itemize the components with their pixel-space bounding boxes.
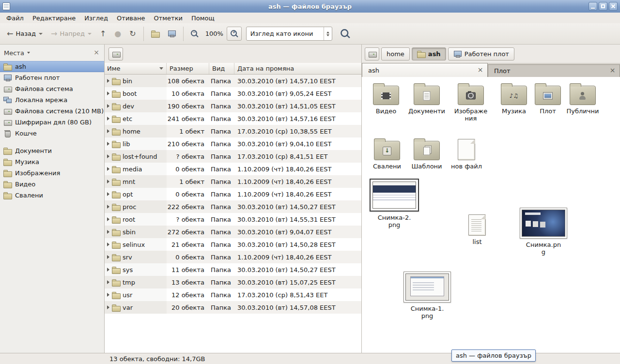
- home-button[interactable]: [147, 27, 163, 41]
- expander-icon[interactable]: [107, 293, 109, 297]
- sidebar-close-icon[interactable]: ×: [93, 49, 100, 57]
- table-row[interactable]: mnt1 обектПапка1.10.2009 (чт) 18,40,26 E…: [105, 175, 361, 188]
- menu-item[interactable]: Отметки: [149, 14, 186, 23]
- sidebar-item[interactable]: Кошче: [0, 128, 104, 139]
- menu-item[interactable]: Файл: [2, 14, 28, 23]
- expander-icon[interactable]: [107, 180, 109, 183]
- table-row[interactable]: opt0 обектаПапка1.10.2009 (чт) 18,40,26 …: [105, 188, 361, 200]
- search-button[interactable]: [338, 27, 353, 41]
- table-row[interactable]: usr12 обектаПапка17.03.2010 (ср) 8,51,43…: [105, 288, 361, 301]
- titlebar[interactable]: ash — файлов браузър: [0, 0, 620, 13]
- icon-view-item[interactable]: Музика: [496, 80, 532, 115]
- column-header-date[interactable]: Дата на промяна: [234, 63, 361, 74]
- sidebar-title[interactable]: Места: [4, 49, 24, 57]
- table-row[interactable]: sys11 обектаПапка30.03.2010 (вт) 14,50,2…: [105, 263, 361, 276]
- forward-dropdown-caret-icon[interactable]: [88, 33, 92, 35]
- column-header-type[interactable]: Вид: [209, 63, 234, 74]
- table-row[interactable]: var20 обектаПапка30.03.2010 (вт) 14,57,0…: [105, 301, 361, 314]
- pathbar-button[interactable]: ash: [412, 47, 446, 61]
- expander-icon[interactable]: [107, 91, 109, 95]
- sidebar-item[interactable]: Документи: [0, 145, 104, 156]
- icon-view-item[interactable]: Снимка.png: [518, 206, 569, 256]
- icon-view-item[interactable]: Снимка-1.png: [402, 270, 453, 320]
- table-row[interactable]: home1 обектПапка17.03.2010 (ср) 10,38,55…: [105, 125, 361, 137]
- pathbar-button[interactable]: Работен плот: [448, 47, 514, 61]
- expander-icon[interactable]: [107, 230, 109, 234]
- icon-view-item[interactable]: Снимка-2.png: [369, 179, 420, 229]
- column-header-name[interactable]: Име: [105, 63, 167, 74]
- expander-icon[interactable]: [107, 154, 109, 158]
- expander-icon[interactable]: [107, 305, 109, 309]
- menu-item[interactable]: Изглед: [80, 14, 112, 23]
- icon-view-item[interactable]: Изображения: [449, 80, 493, 122]
- expander-icon[interactable]: [107, 205, 109, 209]
- zoom-out-button[interactable]: −: [187, 27, 202, 41]
- table-row[interactable]: media0 обектаПапка1.10.2009 (чт) 18,40,2…: [105, 163, 361, 175]
- table-row[interactable]: boot10 обектаПапка30.03.2010 (вт) 9,05,2…: [105, 87, 361, 100]
- sidebar-item[interactable]: Работен плот: [0, 72, 104, 83]
- forward-button[interactable]: → Напред: [47, 27, 95, 41]
- zoom-in-button[interactable]: +: [227, 27, 242, 41]
- icon-view-item[interactable]: Шаблони: [408, 135, 445, 170]
- minimize-button[interactable]: [589, 2, 597, 11]
- sidebar-item[interactable]: Файлова система: [0, 83, 104, 94]
- sidebar-item[interactable]: Файлова система (210 MB): [0, 106, 104, 117]
- places-chevron-down-icon[interactable]: [27, 52, 30, 54]
- back-button[interactable]: ← Назад: [3, 27, 46, 41]
- sidebar-item[interactable]: ash: [0, 61, 104, 72]
- sidebar-item[interactable]: Музика: [0, 156, 104, 167]
- pathbar-root-button[interactable]: [365, 47, 379, 61]
- column-header-size[interactable]: Размер: [167, 63, 209, 74]
- reload-button[interactable]: ↻: [125, 27, 140, 41]
- tab-close-icon[interactable]: ×: [608, 67, 617, 75]
- table-row[interactable]: bin108 обектаПапка30.03.2010 (вт) 14,57,…: [105, 75, 361, 87]
- pathbar-root-button[interactable]: [108, 47, 123, 61]
- sidebar-item[interactable]: Свалени: [0, 190, 104, 201]
- computer-button[interactable]: [164, 27, 180, 41]
- icon-view-item[interactable]: Плот: [532, 80, 563, 115]
- icon-view-item[interactable]: нов файл: [448, 135, 485, 170]
- expander-icon[interactable]: [107, 243, 109, 246]
- menu-item[interactable]: Помощ: [187, 14, 219, 23]
- table-row[interactable]: dev190 обектаПапка30.03.2010 (вт) 14,51,…: [105, 100, 361, 112]
- expander-icon[interactable]: [107, 217, 109, 221]
- expander-icon[interactable]: [107, 167, 109, 171]
- icon-view-item[interactable]: list: [459, 211, 496, 245]
- view-mode-spinner[interactable]: [324, 27, 332, 40]
- expander-icon[interactable]: [107, 192, 109, 196]
- sidebar-item[interactable]: Видео: [0, 179, 104, 190]
- table-row[interactable]: etc241 обектаПапка30.03.2010 (вт) 14,57,…: [105, 112, 361, 125]
- table-row[interactable]: sbin272 обектаПапка30.03.2010 (вт) 9,04,…: [105, 226, 361, 238]
- back-dropdown-caret-icon[interactable]: [39, 33, 43, 35]
- icon-view-item[interactable]: Документи: [406, 80, 447, 115]
- table-row[interactable]: lib210 обектаПапка30.03.2010 (вт) 9,04,1…: [105, 137, 361, 150]
- up-button[interactable]: ↑: [96, 27, 110, 41]
- icon-view-item[interactable]: Видео: [366, 80, 406, 115]
- close-button[interactable]: [609, 2, 618, 11]
- menu-item[interactable]: Редактиране: [28, 14, 80, 23]
- expander-icon[interactable]: [107, 255, 109, 259]
- sidebar-item[interactable]: Шифриран дял (80 GB): [0, 117, 104, 128]
- table-row[interactable]: tmp13 обектаПапка30.03.2010 (вт) 15,07,2…: [105, 276, 361, 288]
- icon-view[interactable]: ВидеоДокументиИзображенияМузикаПлотПубли…: [362, 77, 620, 353]
- expander-icon[interactable]: [107, 129, 109, 133]
- view-mode-select[interactable]: Изглед като икони: [246, 27, 332, 41]
- table-row[interactable]: root? обектаПапка30.03.2010 (вт) 14,55,3…: [105, 213, 361, 226]
- expander-icon[interactable]: [107, 117, 109, 121]
- icon-view-item[interactable]: Свалени: [369, 135, 405, 170]
- table-row[interactable]: srv0 обектаПапка1.10.2009 (чт) 18,40,26 …: [105, 251, 361, 263]
- sidebar-item[interactable]: Изображения: [0, 167, 104, 179]
- table-row[interactable]: selinux21 обектаПапка30.03.2010 (вт) 14,…: [105, 238, 361, 251]
- tab-inactive[interactable]: Плот×: [488, 64, 620, 77]
- expander-icon[interactable]: [107, 104, 109, 108]
- expander-icon[interactable]: [107, 142, 109, 146]
- stop-button[interactable]: ●: [110, 27, 125, 41]
- tab-active[interactable]: ash×: [362, 63, 488, 77]
- tab-close-icon[interactable]: ×: [476, 66, 484, 75]
- sidebar-item[interactable]: Локална мрежа: [0, 94, 104, 106]
- table-row[interactable]: proc222 обектаПапка30.03.2010 (вт) 14,50…: [105, 200, 361, 213]
- menu-item[interactable]: Отиване: [112, 14, 149, 23]
- expander-icon[interactable]: [107, 79, 109, 83]
- table-row[interactable]: lost+found? обектаПапка17.03.2010 (ср) 8…: [105, 150, 361, 163]
- expander-icon[interactable]: [107, 280, 109, 284]
